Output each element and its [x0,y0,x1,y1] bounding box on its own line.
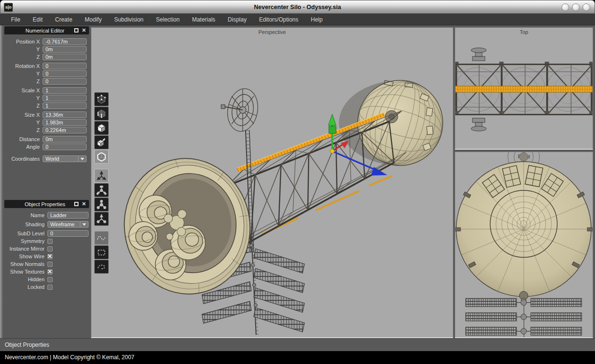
spaceship-model-right [455,152,593,337]
size-y-label: Y [3,120,43,125]
menu-create[interactable]: Create [49,14,79,25]
locked-checkbox[interactable] [47,285,53,290]
position-x-label: Position X [3,39,43,44]
size-z-input[interactable]: 0.2264m [43,127,87,133]
position-x-input[interactable]: -0.7617m [43,38,87,45]
scale-z-input[interactable]: 1 [43,102,87,109]
shading-dropdown[interactable]: Wireframe [47,221,89,228]
panel-maximize-icon[interactable] [74,28,79,33]
show-wire-label: Show Wire [3,254,47,259]
minimize-button[interactable] [561,3,569,11]
show-textures-label: Show Textures [3,269,47,275]
scale-z-label: Z [3,103,43,109]
size-y-input[interactable]: 1.983m [43,119,87,126]
distance-input[interactable]: 0m [43,136,87,143]
scale-y-label: Y [3,95,43,101]
perspective-viewport[interactable]: Perspective [91,27,453,338]
element-mode-icon [96,137,107,148]
lasso-selection-icon [96,262,107,272]
vertex-mode-button[interactable] [94,92,109,106]
shading-dropdown-button[interactable] [80,221,89,228]
viewport-toolbar [94,92,109,279]
coordinates-dropdown[interactable]: World [43,155,87,162]
status-text: Object Properties [5,342,49,348]
show-textures-checkbox[interactable]: ✕ [47,269,53,275]
angle-input[interactable]: 0 [43,143,87,150]
edge-mode-button[interactable] [94,107,109,121]
menu-display[interactable]: Display [222,14,253,25]
panel-close-icon[interactable]: ✕ [82,202,86,206]
scale-y-input[interactable]: 1 [43,95,87,101]
size-x-input[interactable]: 13.36m [43,111,87,118]
position-y-input[interactable]: 0m [43,46,87,53]
menu-edit[interactable]: Edit [26,14,49,25]
show-normals-label: Show Normals [3,261,47,267]
name-input[interactable]: Ladder [47,212,89,219]
freeform-selection-icon [96,233,107,243]
instance-mirror-label: Instance Mirror [3,246,47,252]
element-mode-button[interactable] [94,135,109,149]
subd-level-label: SubD Level [3,231,47,236]
top-viewport[interactable]: Top [455,27,593,150]
universal-manipulator-icon [96,214,107,224]
spaceship-model-top [455,28,593,149]
face-mode-icon [96,123,107,133]
right-viewport[interactable]: Right [455,152,593,338]
silo-app-window: s|o Nevercenter Silo - Odyssey.sia File … [0,0,595,364]
maximize-button[interactable] [572,3,580,11]
footer-text: Nevercenter.com | Model Copyright © Kema… [5,354,135,361]
scale-x-label: Scale X [3,88,43,93]
rotation-z-input[interactable]: 0 [43,78,87,85]
coordinates-label: Coordinates [3,156,43,162]
numerical-editor-header[interactable]: Numerical Editor ✕ [4,26,89,34]
freeform-selection-button[interactable] [94,231,109,245]
menu-editors-options[interactable]: Editors/Options [253,14,304,25]
menu-bar: File Edit Create Modify Subdivision Sele… [0,14,595,25]
scale-x-input[interactable]: 1 [43,87,87,94]
shading-label: Shading [3,221,47,227]
name-label: Name [3,212,47,218]
object-properties-header[interactable]: Object Properties ✕ [4,200,89,208]
position-z-label: Z [3,54,43,60]
object-mode-button[interactable] [94,150,109,164]
hidden-checkbox[interactable] [47,277,53,282]
subd-level-input[interactable]: 0 [47,230,89,237]
size-z-label: Z [3,127,43,133]
menu-subdivision[interactable]: Subdivision [108,14,149,25]
show-wire-checkbox[interactable]: ✕ [47,254,53,259]
rotation-z-label: Z [3,78,43,84]
rotation-y-input[interactable]: 0 [43,70,87,77]
face-mode-button[interactable] [94,121,109,135]
numerical-editor-panel: Numerical Editor ✕ Position X-0.7617m Y0… [3,26,90,163]
panel-close-icon[interactable]: ✕ [82,28,86,33]
position-y-label: Y [3,46,43,52]
chevron-down-icon [82,223,86,226]
instance-mirror-checkbox[interactable] [47,246,53,252]
marquee-selection-button[interactable] [94,245,109,259]
menu-materials[interactable]: Materials [186,14,222,25]
footer-bar: Nevercenter.com | Model Copyright © Kema… [0,351,595,364]
panel-edge-grip[interactable] [0,25,3,338]
title-bar[interactable]: s|o Nevercenter Silo - Odyssey.sia [0,0,595,14]
scale-tool-button[interactable] [94,198,109,211]
close-button[interactable] [583,3,590,11]
show-normals-checkbox[interactable] [47,262,53,267]
lasso-selection-button[interactable] [94,260,109,274]
left-panel-column: Numerical Editor ✕ Position X-0.7617m Y0… [3,25,90,338]
spaceship-model-perspective [91,28,453,337]
rotation-x-input[interactable]: 0 [43,63,87,69]
panel-maximize-icon[interactable] [74,202,79,206]
coordinates-dropdown-button[interactable] [79,155,87,162]
position-z-input[interactable]: 0m [43,54,87,60]
menu-help[interactable]: Help [304,14,329,25]
menu-modify[interactable]: Modify [79,14,108,25]
menu-file[interactable]: File [5,14,26,25]
move-tool-button[interactable] [94,169,109,183]
rotate-tool-button[interactable] [94,183,109,197]
window-title: Nevercenter Silo - Odyssey.sia [0,0,595,14]
symmetry-checkbox[interactable] [47,239,53,244]
rotation-x-label: Rotation X [3,63,43,69]
universal-manipulator-button[interactable] [94,212,109,226]
menu-selection[interactable]: Selection [150,14,186,25]
coordinates-value: World [43,155,79,162]
